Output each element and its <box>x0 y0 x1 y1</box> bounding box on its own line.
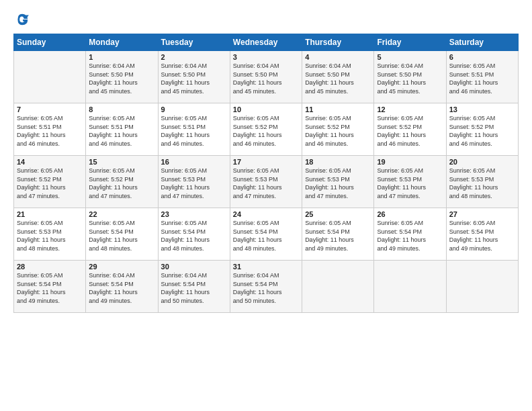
day-cell: 21Sunrise: 6:05 AM Sunset: 5:53 PM Dayli… <box>14 208 86 261</box>
day-cell: 27Sunrise: 6:05 AM Sunset: 5:54 PM Dayli… <box>446 208 518 261</box>
day-info: Sunrise: 6:04 AM Sunset: 5:50 PM Dayligh… <box>89 62 154 95</box>
day-number: 16 <box>161 158 227 166</box>
logo <box>13 12 34 27</box>
day-info: Sunrise: 6:04 AM Sunset: 5:50 PM Dayligh… <box>305 62 371 95</box>
day-info: Sunrise: 6:05 AM Sunset: 5:54 PM Dayligh… <box>233 219 299 253</box>
day-number: 8 <box>89 105 154 113</box>
day-info: Sunrise: 6:05 AM Sunset: 5:51 PM Dayligh… <box>449 62 515 95</box>
page: SundayMondayTuesdayWednesdayThursdayFrid… <box>0 0 532 411</box>
day-cell <box>374 261 446 313</box>
col-header-sunday: Sunday <box>14 34 86 51</box>
day-info: Sunrise: 6:05 AM Sunset: 5:52 PM Dayligh… <box>377 114 443 148</box>
day-number: 13 <box>449 105 515 113</box>
week-row-3: 14Sunrise: 6:05 AM Sunset: 5:52 PM Dayli… <box>14 156 519 208</box>
col-header-wednesday: Wednesday <box>230 34 302 51</box>
day-cell: 17Sunrise: 6:05 AM Sunset: 5:53 PM Dayli… <box>230 156 302 208</box>
day-number: 25 <box>305 210 371 218</box>
day-cell <box>446 261 518 313</box>
day-cell: 6Sunrise: 6:05 AM Sunset: 5:51 PM Daylig… <box>446 51 518 103</box>
day-number: 26 <box>377 210 443 218</box>
day-info: Sunrise: 6:04 AM Sunset: 5:54 PM Dayligh… <box>161 271 227 305</box>
day-cell: 22Sunrise: 6:05 AM Sunset: 5:54 PM Dayli… <box>86 208 158 261</box>
day-number: 20 <box>449 158 515 166</box>
day-cell: 11Sunrise: 6:05 AM Sunset: 5:52 PM Dayli… <box>302 103 374 156</box>
col-header-monday: Monday <box>86 34 158 51</box>
day-number: 18 <box>305 158 371 166</box>
day-cell: 5Sunrise: 6:04 AM Sunset: 5:50 PM Daylig… <box>374 51 446 103</box>
day-cell: 1Sunrise: 6:04 AM Sunset: 5:50 PM Daylig… <box>86 51 158 103</box>
day-info: Sunrise: 6:05 AM Sunset: 5:54 PM Dayligh… <box>17 271 83 305</box>
day-cell: 13Sunrise: 6:05 AM Sunset: 5:52 PM Dayli… <box>446 103 518 156</box>
day-number: 4 <box>305 53 371 61</box>
day-number: 19 <box>377 158 443 166</box>
day-info: Sunrise: 6:04 AM Sunset: 5:50 PM Dayligh… <box>377 62 443 95</box>
day-info: Sunrise: 6:05 AM Sunset: 5:52 PM Dayligh… <box>233 114 299 148</box>
calendar-table: SundayMondayTuesdayWednesdayThursdayFrid… <box>13 34 519 313</box>
day-cell: 19Sunrise: 6:05 AM Sunset: 5:53 PM Dayli… <box>374 156 446 208</box>
day-cell: 24Sunrise: 6:05 AM Sunset: 5:54 PM Dayli… <box>230 208 302 261</box>
header-row: SundayMondayTuesdayWednesdayThursdayFrid… <box>14 34 519 51</box>
day-cell: 15Sunrise: 6:05 AM Sunset: 5:52 PM Dayli… <box>86 156 158 208</box>
day-info: Sunrise: 6:05 AM Sunset: 5:54 PM Dayligh… <box>89 219 154 253</box>
day-cell: 12Sunrise: 6:05 AM Sunset: 5:52 PM Dayli… <box>374 103 446 156</box>
day-cell: 7Sunrise: 6:05 AM Sunset: 5:51 PM Daylig… <box>14 103 86 156</box>
day-cell: 14Sunrise: 6:05 AM Sunset: 5:52 PM Dayli… <box>14 156 86 208</box>
day-cell: 26Sunrise: 6:05 AM Sunset: 5:54 PM Dayli… <box>374 208 446 261</box>
day-info: Sunrise: 6:05 AM Sunset: 5:52 PM Dayligh… <box>89 167 154 200</box>
day-cell: 10Sunrise: 6:05 AM Sunset: 5:52 PM Dayli… <box>230 103 302 156</box>
header <box>13 12 519 27</box>
day-number: 10 <box>233 105 299 113</box>
day-info: Sunrise: 6:05 AM Sunset: 5:52 PM Dayligh… <box>17 167 83 200</box>
day-info: Sunrise: 6:05 AM Sunset: 5:51 PM Dayligh… <box>17 114 83 148</box>
day-cell: 9Sunrise: 6:05 AM Sunset: 5:51 PM Daylig… <box>158 103 230 156</box>
day-cell: 4Sunrise: 6:04 AM Sunset: 5:50 PM Daylig… <box>302 51 374 103</box>
day-cell: 20Sunrise: 6:05 AM Sunset: 5:53 PM Dayli… <box>446 156 518 208</box>
day-number: 12 <box>377 105 443 113</box>
day-number: 5 <box>377 53 443 61</box>
day-cell: 23Sunrise: 6:05 AM Sunset: 5:54 PM Dayli… <box>158 208 230 261</box>
day-number: 29 <box>89 263 154 271</box>
day-number: 7 <box>17 105 83 113</box>
day-number: 9 <box>161 105 227 113</box>
day-cell: 30Sunrise: 6:04 AM Sunset: 5:54 PM Dayli… <box>158 261 230 313</box>
col-header-friday: Friday <box>374 34 446 51</box>
day-number: 6 <box>449 53 515 61</box>
day-number: 24 <box>233 210 299 218</box>
week-row-4: 21Sunrise: 6:05 AM Sunset: 5:53 PM Dayli… <box>14 208 519 261</box>
day-info: Sunrise: 6:05 AM Sunset: 5:54 PM Dayligh… <box>161 219 227 253</box>
day-number: 15 <box>89 158 154 166</box>
col-header-saturday: Saturday <box>446 34 518 51</box>
day-cell <box>302 261 374 313</box>
day-number: 22 <box>89 210 154 218</box>
col-header-thursday: Thursday <box>302 34 374 51</box>
day-info: Sunrise: 6:05 AM Sunset: 5:54 PM Dayligh… <box>377 219 443 253</box>
week-row-2: 7Sunrise: 6:05 AM Sunset: 5:51 PM Daylig… <box>14 103 519 156</box>
day-number: 23 <box>161 210 227 218</box>
day-info: Sunrise: 6:05 AM Sunset: 5:51 PM Dayligh… <box>161 114 227 148</box>
day-number: 28 <box>17 263 83 271</box>
day-info: Sunrise: 6:05 AM Sunset: 5:52 PM Dayligh… <box>305 114 371 148</box>
day-number: 11 <box>305 105 371 113</box>
day-number: 14 <box>17 158 83 166</box>
day-info: Sunrise: 6:05 AM Sunset: 5:52 PM Dayligh… <box>449 114 515 148</box>
day-info: Sunrise: 6:05 AM Sunset: 5:54 PM Dayligh… <box>449 219 515 253</box>
day-number: 17 <box>233 158 299 166</box>
day-cell: 2Sunrise: 6:04 AM Sunset: 5:50 PM Daylig… <box>158 51 230 103</box>
day-number: 30 <box>161 263 227 271</box>
day-cell: 28Sunrise: 6:05 AM Sunset: 5:54 PM Dayli… <box>14 261 86 313</box>
col-header-tuesday: Tuesday <box>158 34 230 51</box>
day-info: Sunrise: 6:05 AM Sunset: 5:53 PM Dayligh… <box>161 167 227 200</box>
day-cell <box>14 51 86 103</box>
day-info: Sunrise: 6:05 AM Sunset: 5:53 PM Dayligh… <box>17 219 83 253</box>
day-info: Sunrise: 6:05 AM Sunset: 5:53 PM Dayligh… <box>233 167 299 200</box>
day-number: 1 <box>89 53 154 61</box>
day-cell: 8Sunrise: 6:05 AM Sunset: 5:51 PM Daylig… <box>86 103 158 156</box>
day-cell: 18Sunrise: 6:05 AM Sunset: 5:53 PM Dayli… <box>302 156 374 208</box>
logo-icon <box>15 12 30 27</box>
day-info: Sunrise: 6:04 AM Sunset: 5:50 PM Dayligh… <box>233 62 299 95</box>
day-number: 2 <box>161 53 227 61</box>
day-cell: 25Sunrise: 6:05 AM Sunset: 5:54 PM Dayli… <box>302 208 374 261</box>
day-info: Sunrise: 6:04 AM Sunset: 5:50 PM Dayligh… <box>161 62 227 95</box>
day-info: Sunrise: 6:05 AM Sunset: 5:54 PM Dayligh… <box>305 219 371 253</box>
day-cell: 29Sunrise: 6:04 AM Sunset: 5:54 PM Dayli… <box>86 261 158 313</box>
